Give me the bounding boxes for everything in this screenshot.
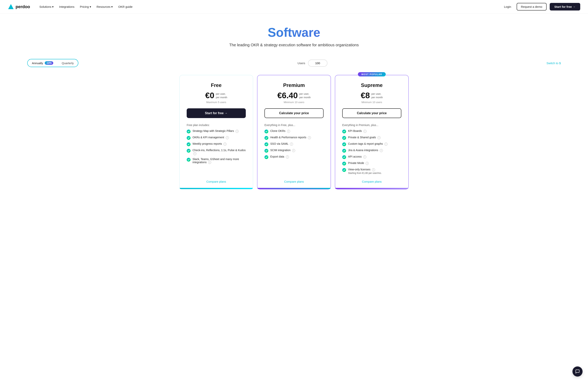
- check-icon: [187, 129, 190, 133]
- free-plan-title: Free: [187, 82, 246, 88]
- info-icon[interactable]: i: [363, 130, 367, 133]
- users-control: Users: [297, 60, 327, 67]
- premium-price-meta: per user,per month: [299, 91, 311, 99]
- logo[interactable]: perdoo: [8, 4, 30, 10]
- list-item: SSO via SAML i: [264, 142, 324, 146]
- request-demo-button[interactable]: Request a demo: [517, 3, 546, 11]
- start-free-button[interactable]: Start for free →: [550, 3, 580, 11]
- list-item: Jira & Asana integrations i: [342, 149, 401, 153]
- info-icon[interactable]: i: [290, 143, 293, 146]
- check-icon: [187, 136, 190, 140]
- list-item: Clone OKRs i: [264, 129, 324, 133]
- login-button[interactable]: Login: [502, 3, 514, 10]
- check-icon: [342, 136, 346, 140]
- premium-price-note: Minimum 10 users: [264, 101, 324, 104]
- info-icon[interactable]: i: [372, 168, 375, 171]
- info-icon[interactable]: i: [286, 155, 289, 159]
- supreme-price-note: Minimum 10 users: [342, 101, 401, 104]
- list-item: Strategy Map with Strategic Pillars i: [187, 129, 246, 133]
- list-item: Private & Shared goals i: [342, 136, 401, 140]
- list-item: KPI Boards i: [342, 129, 401, 133]
- free-price-amount: €0: [205, 91, 214, 100]
- premium-price-row: €6.40 per user,per month: [264, 91, 324, 100]
- list-item: SCIM integration i: [264, 149, 324, 153]
- quarterly-button[interactable]: Quarterly: [58, 60, 78, 67]
- info-icon[interactable]: i: [292, 149, 295, 152]
- check-icon: [187, 149, 190, 153]
- premium-cta-button[interactable]: Calculate your price: [264, 108, 324, 118]
- view-only-note: Starting from €1.80 per user/mo.: [348, 172, 382, 174]
- free-feature-list: Strategy Map with Strategic Pillars i OK…: [187, 129, 246, 174]
- nav-pricing[interactable]: Pricing ▾: [80, 5, 91, 9]
- info-icon[interactable]: i: [384, 143, 388, 146]
- supreme-plan-card: MOST POPULAR Supreme €8 per user,per mon…: [335, 75, 409, 190]
- nav-integrations[interactable]: Integrations: [59, 5, 74, 8]
- info-icon[interactable]: i: [380, 149, 383, 152]
- nav-links: Solutions ▾ Integrations Pricing ▾ Resou…: [40, 5, 495, 9]
- list-item: Check-ins, Reflections, 1:1s, Pulse & Ku…: [187, 149, 246, 155]
- users-label: Users: [297, 62, 305, 65]
- premium-plan-title: Premium: [264, 82, 324, 88]
- check-icon: [264, 155, 268, 159]
- supreme-compare-link[interactable]: Compare plans: [342, 180, 401, 183]
- info-icon[interactable]: i: [208, 161, 211, 164]
- check-icon: [187, 142, 190, 146]
- users-input[interactable]: [308, 60, 327, 67]
- annually-button[interactable]: Annually -10%: [28, 59, 58, 67]
- nav-actions: Login Request a demo Start for free →: [502, 3, 580, 11]
- supreme-feature-list: KPI Boards i Private & Shared goals i Cu…: [342, 129, 401, 174]
- info-icon[interactable]: i: [308, 136, 311, 139]
- free-card-bar: [180, 188, 253, 189]
- free-compare-link[interactable]: Compare plans: [187, 180, 246, 183]
- discount-badge: -10%: [45, 61, 53, 65]
- logo-text: perdoo: [16, 4, 30, 9]
- nav-okr-guide[interactable]: OKR guide: [118, 5, 132, 8]
- premium-compare-link[interactable]: Compare plans: [264, 180, 324, 183]
- billing-toggle: Annually -10% Quarterly: [27, 59, 78, 67]
- supreme-features-header: Everything in Premium, plus...: [342, 124, 401, 127]
- check-icon: [264, 136, 268, 140]
- info-icon[interactable]: i: [363, 155, 366, 159]
- hero-subtitle: The leading OKR & strategy execution sof…: [4, 43, 584, 47]
- supreme-card-bar: [335, 188, 408, 189]
- pricing-controls: Annually -10% Quarterly Users Switch to …: [0, 53, 588, 73]
- info-icon[interactable]: i: [226, 136, 229, 139]
- nav-resources[interactable]: Resources ▾: [97, 5, 113, 9]
- chat-bubble-button[interactable]: [572, 366, 583, 377]
- svg-marker-0: [8, 4, 14, 9]
- most-popular-badge: MOST POPULAR: [358, 72, 386, 76]
- info-icon[interactable]: i: [223, 143, 227, 146]
- check-icon: [342, 149, 346, 153]
- check-icon: [342, 162, 346, 166]
- free-cta-button[interactable]: Start for free →: [187, 108, 246, 118]
- nav-solutions[interactable]: Solutions ▾: [40, 5, 54, 9]
- info-icon[interactable]: i: [193, 152, 196, 155]
- list-item: Export data i: [264, 155, 324, 159]
- navbar: perdoo Solutions ▾ Integrations Pricing …: [0, 0, 588, 14]
- premium-price-amount: €6.40: [277, 91, 298, 100]
- info-icon[interactable]: i: [235, 130, 239, 133]
- premium-features-header: Everything in Free, plus...: [264, 124, 324, 127]
- free-price-note: Maximum 5 users: [187, 101, 246, 104]
- chat-icon: [575, 369, 580, 374]
- list-item: API access i: [342, 155, 401, 159]
- chevron-down-icon: ▾: [90, 5, 91, 9]
- list-item: Weekly progress reports i: [187, 142, 246, 146]
- switch-currency-button[interactable]: Switch to $: [546, 62, 561, 65]
- check-icon: [264, 129, 268, 133]
- list-item: Health & Performance reports i: [264, 136, 324, 140]
- chevron-down-icon: ▾: [111, 5, 113, 9]
- check-icon: [342, 129, 346, 133]
- free-price-row: €0 per user,per month: [187, 91, 246, 100]
- info-icon[interactable]: i: [366, 162, 369, 165]
- list-item: OKRs & KPI management i: [187, 136, 246, 140]
- info-icon[interactable]: i: [287, 130, 290, 133]
- premium-feature-list: Clone OKRs i Health & Performance report…: [264, 129, 324, 174]
- pricing-cards: Free €0 per user,per month Maximum 5 use…: [0, 73, 588, 201]
- list-item: Custom tags & report graphs i: [342, 142, 401, 146]
- list-item: Private Mode i: [342, 161, 401, 166]
- free-features-header: Free plan includes:: [187, 124, 246, 127]
- chevron-down-icon: ▾: [52, 5, 54, 9]
- info-icon[interactable]: i: [378, 136, 380, 139]
- supreme-cta-button[interactable]: Calculate your price: [342, 108, 401, 118]
